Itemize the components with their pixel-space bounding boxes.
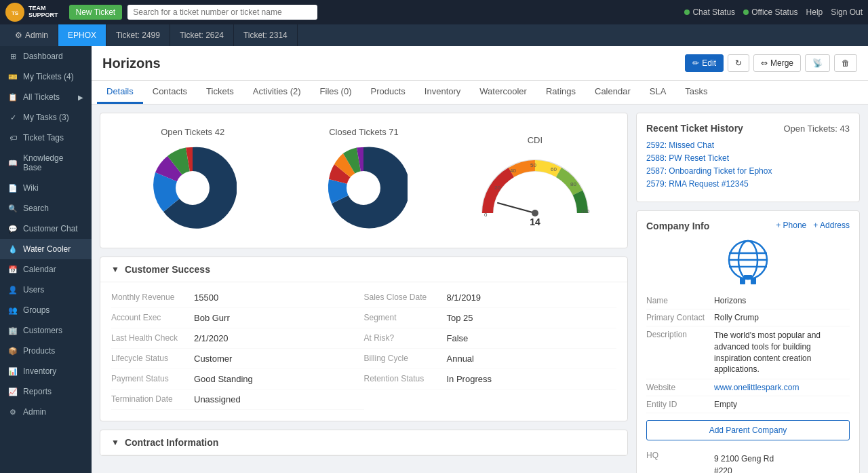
company-actions: + Phone + Address <box>776 221 850 230</box>
recent-tickets-card: Recent Ticket History Open Tickets: 43 2… <box>636 113 860 202</box>
ticket-link-2587[interactable]: 2587: Onboarding Ticket for Ephox <box>646 166 850 176</box>
tab-ratings[interactable]: Ratings <box>536 81 585 104</box>
tab-activities[interactable]: Activities (2) <box>243 81 311 104</box>
sidebar-item-users[interactable]: 👤 Users <box>0 280 92 300</box>
open-tickets-count: Open Tickets: 43 <box>783 124 850 134</box>
sidebar-item-all-tickets[interactable]: 📋 All Tickets ▶ <box>0 87 92 107</box>
open-tickets-chart: Open Tickets 42 <box>107 127 278 234</box>
svg-text:40: 40 <box>510 168 516 174</box>
sidebar-item-customer-chat[interactable]: 💬 Customer Chat <box>0 219 92 239</box>
search-icon: 🔍 <box>8 204 18 213</box>
edit-button[interactable]: ✏ Edit <box>685 54 724 72</box>
tab-ephox[interactable]: EPHOX <box>58 24 106 46</box>
tab-watercooler[interactable]: Watercooler <box>470 81 536 104</box>
sidebar-item-knowledge-base[interactable]: 📖 Knowledge Base <box>0 148 92 178</box>
contract-arrow: ▼ <box>111 438 119 447</box>
admin-icon: ⚙ <box>8 407 18 417</box>
kb-icon: 📖 <box>8 158 18 168</box>
delete-button[interactable]: 🗑 <box>834 54 857 72</box>
tags-icon: 🏷 <box>8 133 18 143</box>
page-title: Horizons <box>102 56 161 71</box>
new-ticket-button[interactable]: New Ticket <box>69 5 123 20</box>
merge-button[interactable]: ⇔ Merge <box>753 54 801 72</box>
office-status[interactable]: Office Status <box>743 7 797 17</box>
top-nav: TS TEAM SUPPORT New Ticket Chat Status O… <box>0 0 868 24</box>
sidebar-item-calendar[interactable]: 📅 Calendar <box>0 259 92 280</box>
sidebar-item-customers[interactable]: 🏢 Customers <box>0 320 92 341</box>
cs-last-health-check: Last Health Check 2/1/2020 <box>111 328 364 349</box>
add-parent-company-button[interactable]: Add Parent Company <box>646 420 850 440</box>
customer-success-header[interactable]: ▼ Customer Success <box>100 257 627 282</box>
sign-out-link[interactable]: Sign Out <box>831 7 863 17</box>
help-link[interactable]: Help <box>806 7 823 17</box>
water-cooler-icon: 💧 <box>8 244 18 254</box>
tab-products[interactable]: Products <box>361 81 415 104</box>
main-content: Horizons ✏ Edit ↻ ⇔ Merge 📡 🗑 <box>92 46 868 473</box>
collapse-arrow: ▼ <box>111 265 119 274</box>
sidebar-item-ticket-tags[interactable]: 🏷 Ticket Tags <box>0 128 92 148</box>
tab-files[interactable]: Files (0) <box>311 81 361 104</box>
svg-point-13 <box>532 210 538 216</box>
cs-right-col: Sales Close Date 8/1/2019 Segment Top 25… <box>364 288 617 410</box>
cs-monthly-revenue: Monthly Revenue 15500 <box>111 288 364 308</box>
closed-tickets-pie <box>319 144 408 232</box>
sidebar-item-my-tickets[interactable]: 🎫 My Tickets (4) <box>0 67 92 87</box>
ci-primary-contact-row: Primary Contact Rolly Crump <box>646 309 850 326</box>
sidebar-item-dashboard[interactable]: ⊞ Dashboard <box>0 46 92 67</box>
tab-contacts[interactable]: Contacts <box>143 81 197 104</box>
company-info-title: Company Info <box>646 221 709 231</box>
open-tickets-title: Open Tickets 42 <box>107 127 278 137</box>
tab-details[interactable]: Details <box>97 81 143 104</box>
contract-info-title: Contract Information <box>125 437 218 448</box>
sidebar-item-groups[interactable]: 👥 Groups <box>0 300 92 320</box>
sidebar-item-products[interactable]: 📦 Products <box>0 341 92 361</box>
sidebar-item-search[interactable]: 🔍 Search <box>0 198 92 219</box>
tab-tickets[interactable]: Tickets <box>197 81 243 104</box>
products-icon: 📦 <box>8 346 18 356</box>
contract-info-header[interactable]: ▼ Contract Information <box>100 430 627 455</box>
sidebar-item-reports[interactable]: 📈 Reports <box>0 381 92 402</box>
charts-card: Open Tickets 42 <box>100 113 628 248</box>
tab-ticket-2314[interactable]: Ticket: 2314 <box>234 24 298 46</box>
tab-calendar[interactable]: Calendar <box>585 81 640 104</box>
ticket-link-2588[interactable]: 2588: PW Reset Ticket <box>646 153 850 163</box>
cs-at-risk: At Risk? False <box>364 328 617 349</box>
sidebar-item-inventory[interactable]: 📊 Inventory <box>0 361 92 381</box>
customer-success-grid: Monthly Revenue 15500 Account Exec Bob G… <box>100 282 627 421</box>
horizons-logo-svg <box>721 238 775 286</box>
feed-button[interactable]: 📡 <box>805 54 830 72</box>
sidebar-item-wiki[interactable]: 📄 Wiki <box>0 178 92 198</box>
tab-ticket-2624[interactable]: Ticket: 2624 <box>170 24 234 46</box>
svg-text:0: 0 <box>484 212 488 218</box>
add-address-link[interactable]: + Address <box>813 221 850 230</box>
sidebar-item-water-cooler[interactable]: 💧 Water Cooler <box>0 239 92 259</box>
cs-billing-cycle: Billing Cycle Annual <box>364 349 617 369</box>
company-info-table: Name Horizons Primary Contact Rolly Crum… <box>646 292 850 413</box>
edit-icon: ✏ <box>692 58 699 68</box>
merge-icon: ⇔ <box>761 58 768 68</box>
refresh-button[interactable]: ↻ <box>728 54 749 72</box>
refresh-icon: ↻ <box>735 58 742 68</box>
tab-sla[interactable]: SLA <box>640 81 676 104</box>
sidebar-item-my-tasks[interactable]: ✓ My Tasks (3) <box>0 107 92 128</box>
search-input[interactable] <box>127 5 317 20</box>
ticket-link-2592[interactable]: 2592: Missed Chat <box>646 140 850 150</box>
cs-retention-status: Retention Status In Progress <box>364 369 617 390</box>
tab-inventory[interactable]: Inventory <box>415 81 470 104</box>
tab-tasks[interactable]: Tasks <box>675 81 717 104</box>
company-logo <box>721 238 775 286</box>
cs-segment: Segment Top 25 <box>364 308 617 328</box>
chat-status[interactable]: Chat Status <box>684 7 735 17</box>
tab-admin[interactable]: ⚙ Admin <box>5 24 58 46</box>
hq-section: HQ 9 2100 Geng Rd#220Palo Alto , CA 9430… <box>646 447 850 473</box>
hq-value: 9 2100 Geng Rd#220Palo Alto , CA 94303US… <box>714 453 789 473</box>
company-info-header: Company Info + Phone + Address <box>646 221 850 231</box>
company-info-card: Company Info + Phone + Address <box>636 210 860 473</box>
cs-lifecycle-status: Lifecycle Status Customer <box>111 349 364 369</box>
ticket-link-2579[interactable]: 2579: RMA Request #12345 <box>646 179 850 189</box>
ci-hq-row: HQ 9 2100 Geng Rd#220Palo Alto , CA 9430… <box>646 447 850 473</box>
sidebar-item-admin[interactable]: ⚙ Admin <box>0 402 92 422</box>
add-phone-link[interactable]: + Phone <box>776 221 806 230</box>
tab-ticket-2499[interactable]: Ticket: 2499 <box>106 24 170 46</box>
app-layout: ⊞ Dashboard 🎫 My Tickets (4) 📋 All Ticke… <box>0 46 868 473</box>
